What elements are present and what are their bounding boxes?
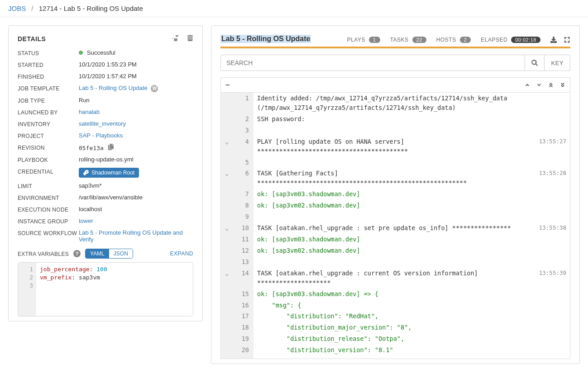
line-text: "distribution_release": "Ootpa", [253, 333, 534, 345]
project-link[interactable]: SAP - Playbooks [79, 132, 123, 139]
chevron-down-icon [221, 189, 233, 200]
editor-gutter: 123 [18, 263, 36, 316]
chevron-down-icon[interactable]: ⌄ [221, 268, 233, 288]
line-number: 15 [233, 288, 253, 300]
download-icon[interactable] [550, 37, 557, 43]
line-number: 20 [233, 345, 253, 356]
line-timestamp: 13:55:28 [534, 168, 570, 189]
source-workflow-link[interactable]: Lab 5 - Promote Rolling OS Update and Ve… [79, 229, 183, 243]
line-number: 4 [233, 136, 253, 157]
label-extra-vars: EXTRA VARIABLES [18, 250, 69, 257]
line-timestamp [534, 200, 570, 211]
delete-icon[interactable] [187, 35, 193, 42]
chevron-down-icon [221, 200, 233, 211]
stat-plays-count: 1 [369, 37, 380, 43]
job-template-link[interactable]: Lab 5 - Rolling OS Update [79, 85, 148, 91]
details-panel: DETAILS STATUS Successful STARTED 10/1/2… [8, 25, 203, 321]
inventory-link[interactable]: satellite_inventory [79, 120, 126, 127]
chevron-down-icon [221, 333, 233, 345]
val-execution-node: localhost [79, 206, 193, 212]
page-down-icon[interactable] [560, 82, 565, 88]
line-number: 19 [233, 333, 253, 345]
line-number: 14 [233, 268, 253, 288]
collapse-all-icon[interactable]: − [225, 81, 229, 89]
line-number: 6 [233, 168, 253, 189]
line-down-icon[interactable] [536, 82, 542, 88]
chevron-down-icon [221, 234, 233, 245]
label-environment: ENVIRONMENT [18, 194, 79, 201]
key-icon [83, 170, 89, 175]
line-text: TASK [oatakan.rhel_upgrade : set pre upd… [253, 222, 534, 234]
label-instance-group: INSTANCE GROUP [18, 217, 79, 225]
status-text: Successful [87, 49, 115, 56]
fullscreen-icon[interactable] [564, 37, 570, 43]
label-finished: FINISHED [18, 73, 79, 80]
line-timestamp: 13:55:39 [534, 268, 570, 288]
label-job-template: JOB TEMPLATE [18, 85, 79, 92]
chevron-down-icon[interactable]: ⌄ [221, 168, 233, 189]
log-line[interactable]: ⌄10TASK [oatakan.rhel_upgrade : set pre … [221, 222, 570, 234]
credential-pill[interactable]: Shadowman Root [79, 168, 139, 178]
line-text: TASK [oatakan.rhel_upgrade : current OS … [253, 268, 534, 288]
seg-json[interactable]: JSON [109, 249, 133, 258]
log-output[interactable]: 1Identity added: /tmp/awx_12714_q7yrzza5… [220, 92, 570, 359]
line-number: 16 [233, 300, 253, 311]
line-text: } [253, 356, 534, 359]
workflow-badge[interactable]: W [151, 85, 158, 92]
chevron-down-icon [221, 322, 233, 333]
copy-revision-icon[interactable] [108, 144, 114, 150]
breadcrumb-root[interactable]: JOBS [8, 5, 26, 12]
search-input[interactable] [220, 55, 525, 71]
log-line: 15ok: [sap3vm03.shadowman.dev] => { [221, 288, 570, 300]
page-up-icon[interactable] [548, 82, 554, 88]
line-number: 7 [233, 189, 253, 200]
line-number: 1 [233, 93, 253, 113]
line-timestamp [534, 300, 570, 311]
val-playbook: rolling-update-os.yml [79, 156, 193, 163]
chevron-down-icon [221, 113, 233, 125]
relaunch-icon[interactable] [172, 35, 179, 42]
line-number: 11 [233, 234, 253, 245]
label-credential: CREDENTIAL [18, 168, 79, 175]
search-button[interactable] [525, 55, 545, 71]
seg-yaml[interactable]: YAML [86, 249, 109, 258]
line-timestamp [534, 93, 570, 113]
line-up-icon[interactable] [525, 82, 530, 88]
label-limit: LIMIT [18, 182, 79, 189]
expand-link[interactable]: EXPAND [170, 250, 193, 257]
val-started: 10/1/2020 1:55:23 PM [79, 61, 193, 68]
label-execution-node: EXECUTION NODE [18, 206, 79, 213]
chevron-down-icon[interactable]: ⌄ [221, 136, 233, 157]
log-line: 3 [221, 125, 570, 136]
launched-by-link[interactable]: hanalab [79, 109, 100, 115]
details-title: DETAILS [18, 35, 46, 42]
line-number: 2 [233, 113, 253, 125]
help-icon[interactable]: ? [73, 250, 81, 257]
line-number: 5 [233, 157, 253, 168]
output-panel: Lab 5 - Rolling OS Update PLAYS1 TASKS22… [211, 25, 580, 364]
log-line: 5 [221, 157, 570, 168]
stat-plays-label: PLAYS [347, 37, 365, 43]
line-number: 18 [233, 322, 253, 333]
chevron-down-icon[interactable]: ⌄ [221, 222, 233, 234]
chevron-down-icon [221, 311, 233, 322]
log-line[interactable]: ⌄6TASK [Gathering Facts] ***************… [221, 168, 570, 189]
key-button[interactable]: KEY [545, 55, 570, 71]
log-line: 1Identity added: /tmp/awx_12714_q7yrzza5… [221, 93, 570, 113]
line-timestamp [534, 288, 570, 300]
label-launched-by: LAUNCHED BY [18, 109, 79, 116]
log-line[interactable]: ⌄14TASK [oatakan.rhel_upgrade : current … [221, 268, 570, 288]
line-text: PLAY [rolling update OS on HANA servers]… [253, 136, 534, 157]
editor-body[interactable]: job_percentage: 100vm_prefix: sap3vm [36, 263, 111, 316]
stat-tasks-label: TASKS [390, 37, 409, 43]
label-job-type: JOB TYPE [18, 97, 79, 104]
log-line: 19 "distribution_release": "Ootpa", [221, 333, 570, 345]
log-line[interactable]: ⌄4PLAY [rolling update OS on HANA server… [221, 136, 570, 157]
log-line: 13 [221, 256, 570, 268]
line-text [253, 256, 534, 268]
line-number: 10 [233, 222, 253, 234]
stat-hosts-label: HOSTS [436, 37, 456, 43]
extra-vars-editor[interactable]: 123 job_percentage: 100vm_prefix: sap3vm [18, 262, 193, 316]
status-dot-success [79, 51, 83, 55]
instance-group-link[interactable]: tower [79, 217, 93, 224]
